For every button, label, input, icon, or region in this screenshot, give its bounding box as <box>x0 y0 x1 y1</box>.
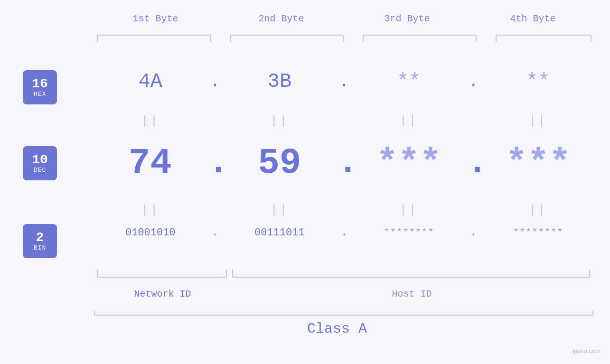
eq2-b1: || <box>93 203 208 217</box>
bin-b4: ******** <box>480 227 596 239</box>
hex-row: 4A . 3B . ** . ** <box>93 70 596 93</box>
network-id-bracket <box>93 269 233 279</box>
bin-dot3: . <box>467 227 480 239</box>
bin-badge: 2 BIN <box>23 224 57 258</box>
class-label: Class A <box>93 321 582 337</box>
class-bracket <box>93 309 596 316</box>
byte1-header: 1st Byte <box>93 13 218 24</box>
top-bracket <box>93 33 596 44</box>
dec-dot3: . <box>467 141 481 185</box>
dec-dot1: . <box>208 141 222 185</box>
hex-dot3: . <box>467 72 480 92</box>
dec-b3: *** <box>351 143 467 184</box>
byte3-header: 3rd Byte <box>344 13 470 24</box>
bin-dot1: . <box>208 227 222 239</box>
bin-dot2: . <box>338 227 351 239</box>
dec-b2: 59 <box>222 143 338 184</box>
host-id-label: Host ID <box>228 289 596 299</box>
byte4-header: 4th Byte <box>470 13 596 24</box>
hex-dot2: . <box>338 72 351 92</box>
column-headers: 1st Byte 2nd Byte 3rd Byte 4th Byte <box>93 13 596 24</box>
eq2-b4: || <box>480 203 596 217</box>
bin-b1: 01001010 <box>93 227 208 239</box>
network-id-label: Network ID <box>93 289 233 299</box>
eq1-b2: || <box>222 114 338 128</box>
dec-badge: 10 DEC <box>23 146 57 180</box>
bin-b3: ******** <box>351 227 467 239</box>
eq-row-2: || || || || <box>93 203 596 217</box>
page: 16 HEX 10 DEC 2 BIN 1st Byte 2nd Byte 3r… <box>0 0 610 364</box>
host-id-bracket <box>228 269 596 279</box>
eq-row-1: || || || || <box>93 114 596 128</box>
eq1-b4: || <box>480 114 596 128</box>
bin-b2: 00111011 <box>222 227 338 239</box>
dec-b1: 74 <box>93 143 208 184</box>
hex-base-label: HEX <box>34 91 46 98</box>
bin-base-number: 2 <box>36 231 44 244</box>
hex-badge: 16 HEX <box>23 70 57 104</box>
watermark: ipshu.com <box>572 347 601 355</box>
hex-b2: 3B <box>222 70 338 93</box>
dec-b4: *** <box>481 143 596 184</box>
dec-base-label: DEC <box>34 167 46 174</box>
hex-b4: ** <box>480 70 596 93</box>
hex-b3: ** <box>351 70 467 93</box>
dec-dot2: . <box>337 141 351 185</box>
bin-base-label: BIN <box>34 244 46 252</box>
hex-b1: 4A <box>93 70 208 93</box>
dec-base-number: 10 <box>32 153 48 167</box>
hex-dot1: . <box>208 72 222 92</box>
eq2-b2: || <box>222 203 338 217</box>
bin-row: 01001010 . 00111011 . ******** . *******… <box>93 227 596 239</box>
dec-row: 74 . 59 . *** . *** <box>93 141 596 185</box>
eq2-b3: || <box>351 203 467 217</box>
eq1-b3: || <box>351 114 467 128</box>
eq1-b1: || <box>93 114 208 128</box>
byte2-header: 2nd Byte <box>218 13 344 24</box>
hex-base-number: 16 <box>32 77 48 91</box>
